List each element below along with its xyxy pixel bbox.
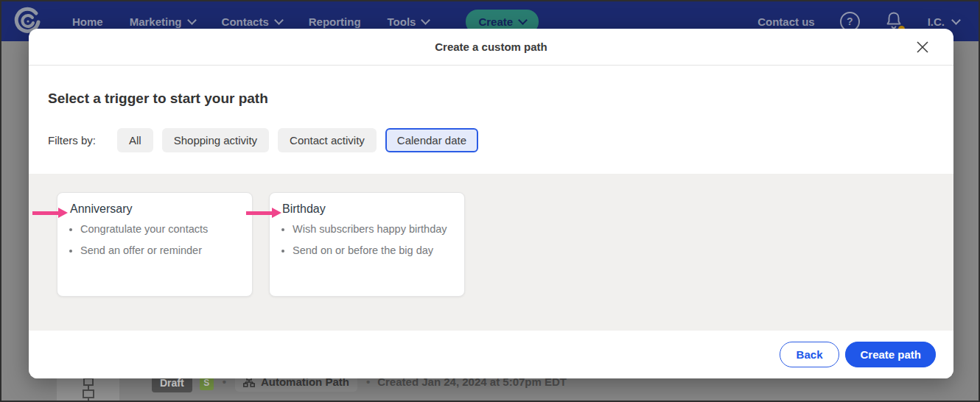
user-menu[interactable]: I.C. bbox=[928, 15, 959, 28]
screen: Home Marketing Contacts Reporting Tools … bbox=[0, 0, 980, 402]
nav-item-reporting[interactable]: Reporting bbox=[309, 15, 361, 28]
contact-us-link[interactable]: Contact us bbox=[757, 15, 815, 28]
card-title: Birthday bbox=[282, 202, 464, 216]
filter-row: Filters by: All Shopping activity Contac… bbox=[48, 128, 934, 152]
card-bullet-list: Congratulate your contacts Send an offer… bbox=[57, 222, 252, 258]
nav-item-contacts[interactable]: Contacts bbox=[222, 15, 282, 28]
card-bullet: Wish subscribers happy birthday bbox=[293, 222, 464, 237]
trigger-card-birthday[interactable]: Birthday Wish subscribers happy birthday… bbox=[269, 192, 465, 297]
nav-item-label: Contacts bbox=[222, 15, 269, 28]
modal-footer: Back Create path bbox=[29, 331, 953, 378]
filter-all[interactable]: All bbox=[117, 128, 153, 152]
chevron-down-icon bbox=[274, 15, 284, 25]
modal-title: Create a custom path bbox=[435, 40, 547, 53]
user-initials: I.C. bbox=[928, 15, 945, 28]
filter-contact-activity[interactable]: Contact activity bbox=[278, 128, 377, 152]
chevron-down-icon bbox=[518, 15, 528, 25]
trigger-card-anniversary[interactable]: Anniversary Congratulate your contacts S… bbox=[57, 192, 253, 297]
create-custom-path-modal: Create a custom path Select a trigger to… bbox=[29, 29, 953, 378]
nav-item-label: Marketing bbox=[130, 15, 182, 28]
nav-item-tools[interactable]: Tools bbox=[388, 15, 430, 28]
flowchart-icon bbox=[71, 378, 105, 402]
nav-item-label: Tools bbox=[388, 15, 416, 28]
chevron-down-icon bbox=[951, 15, 961, 25]
nav-item-marketing[interactable]: Marketing bbox=[130, 15, 195, 28]
filter-shopping-activity[interactable]: Shopping activity bbox=[162, 128, 269, 152]
chevron-down-icon bbox=[421, 15, 431, 25]
create-path-button[interactable]: Create path bbox=[845, 342, 936, 367]
card-bullet: Congratulate your contacts bbox=[80, 222, 252, 237]
modal-header: Create a custom path bbox=[29, 29, 953, 66]
page-title: Select a trigger to start your path bbox=[48, 91, 934, 107]
card-title: Anniversary bbox=[70, 202, 252, 216]
create-button-label: Create bbox=[478, 15, 513, 28]
nav-item-label: Reporting bbox=[309, 15, 361, 28]
card-bullet: Send on or before the big day bbox=[293, 244, 464, 258]
card-bullet: Send an offer or reminder bbox=[80, 244, 252, 258]
back-button[interactable]: Back bbox=[780, 342, 840, 367]
nav-item-label: Home bbox=[72, 15, 103, 28]
card-bullet-list: Wish subscribers happy birthday Send on … bbox=[270, 222, 464, 258]
modal-body: Select a trigger to start your path Filt… bbox=[29, 91, 953, 152]
filters-label: Filters by: bbox=[48, 134, 96, 147]
trigger-options-panel: Anniversary Congratulate your contacts S… bbox=[29, 174, 953, 331]
chevron-down-icon bbox=[187, 15, 197, 25]
close-icon[interactable] bbox=[912, 37, 933, 57]
nav-item-home[interactable]: Home bbox=[72, 15, 103, 28]
filter-calendar-date[interactable]: Calendar date bbox=[385, 128, 478, 152]
